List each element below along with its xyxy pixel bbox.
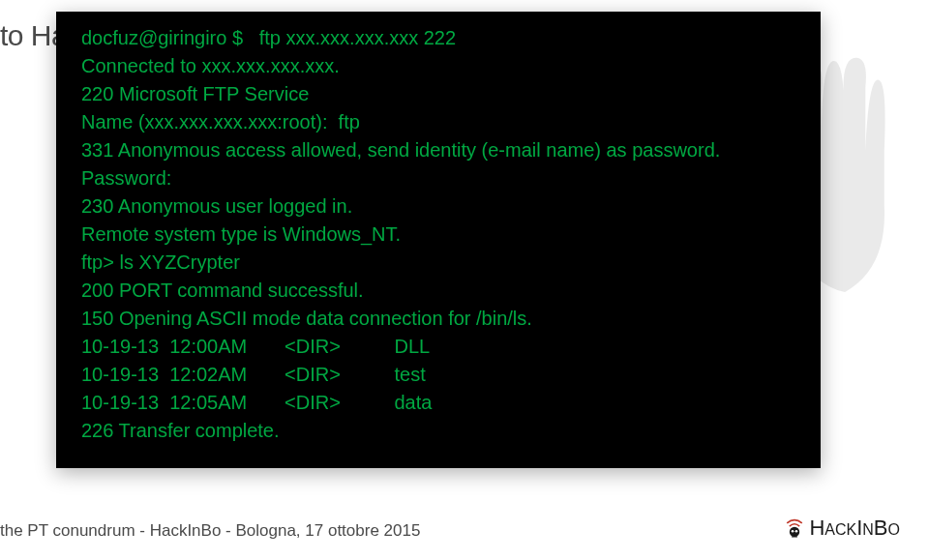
wifi-skull-icon xyxy=(782,516,807,541)
hackinbo-logo: HACKINBO xyxy=(782,516,900,541)
terminal-line: 10-19-13 12:00AM <DIR> DLL xyxy=(81,334,795,360)
terminal-line: Name (xxx.xxx.xxx.xxx:root): ftp xyxy=(81,109,795,135)
terminal-line: Remote system type is Windows_NT. xyxy=(81,221,795,248)
terminal-line: 230 Anonymous user logged in. xyxy=(81,193,795,220)
terminal-line: 331 Anonymous access allowed, send ident… xyxy=(81,137,795,163)
svg-rect-3 xyxy=(793,536,794,538)
svg-point-0 xyxy=(790,527,799,537)
terminal-line: Connected to xxx.xxx.xxx.xxx. xyxy=(81,53,795,79)
terminal-window: docfuz@giringiro $ ftp xxx.xxx.xxx.xxx 2… xyxy=(56,12,821,468)
terminal-line: 220 Microsoft FTP Service xyxy=(81,81,795,107)
terminal-line: 200 PORT command successful. xyxy=(81,278,795,304)
terminal-line: Password: xyxy=(81,165,795,192)
svg-point-2 xyxy=(795,530,798,533)
logo-text: HACKINBO xyxy=(809,516,900,541)
terminal-line: ftp> ls XYZCrypter xyxy=(81,250,795,276)
svg-rect-4 xyxy=(794,536,795,538)
slide-footer: the PT conundrum - HackInBo - Bologna, 1… xyxy=(0,516,929,541)
footer-text: the PT conundrum - HackInBo - Bologna, 1… xyxy=(0,521,420,541)
svg-rect-5 xyxy=(796,536,797,538)
terminal-line: 226 Transfer complete. xyxy=(81,418,795,444)
terminal-line: docfuz@giringiro $ ftp xxx.xxx.xxx.xxx 2… xyxy=(81,25,795,51)
svg-point-1 xyxy=(792,530,794,533)
terminal-line: 10-19-13 12:02AM <DIR> test xyxy=(81,362,795,388)
terminal-line: 150 Opening ASCII mode data connection f… xyxy=(81,306,795,332)
terminal-line: 10-19-13 12:05AM <DIR> data xyxy=(81,390,795,416)
